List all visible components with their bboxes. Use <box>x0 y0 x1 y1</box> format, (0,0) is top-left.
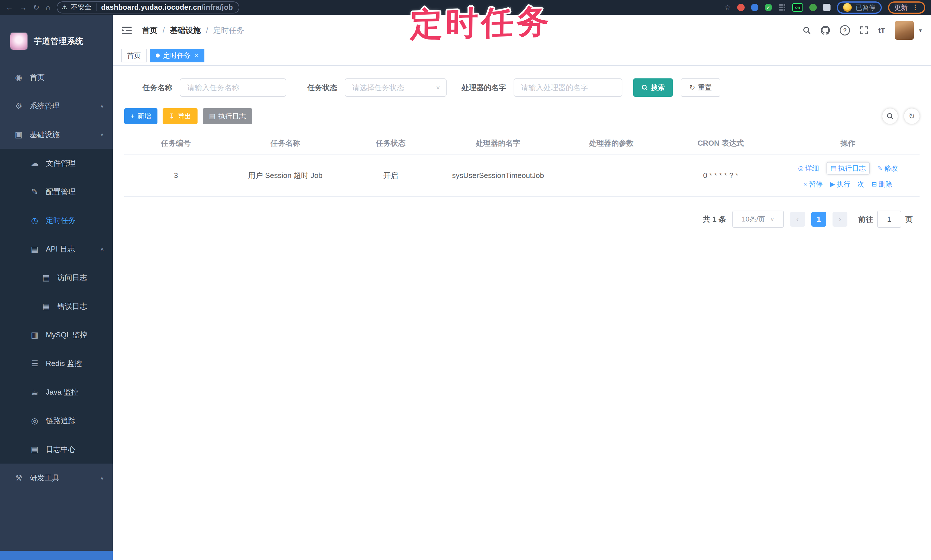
browser-menu-kebab-icon[interactable]: ⋮ <box>911 3 919 12</box>
cell-cron: 0 * * * * ? * <box>665 154 777 197</box>
log-icon: ▤ <box>30 245 40 254</box>
sidebar-item-label: 定时任务 <box>46 215 76 226</box>
delete-link[interactable]: ⊟ 删除 <box>872 180 892 189</box>
bookmark-star-icon[interactable]: ☆ <box>724 4 731 11</box>
screen: 定时任务 ← → ↻ ⌂ ⚠ 不安全 dashboard.yudao.iocod… <box>0 0 931 560</box>
exec-log-button[interactable]: ▤ 执行日志 <box>203 108 252 124</box>
next-page-button[interactable]: › <box>832 212 848 227</box>
close-icon[interactable]: × <box>195 52 199 59</box>
current-page-button[interactable]: 1 <box>811 212 826 227</box>
sidebar-item-infrastructure[interactable]: ▣ 基础设施 ∧ <box>0 120 113 149</box>
reset-button[interactable]: ↻ 重置 <box>681 78 720 97</box>
sidebar-item-label: MySQL 监控 <box>46 330 87 340</box>
extension-icon-blue[interactable] <box>751 4 758 11</box>
sidebar-logo[interactable]: 芋道管理系统 <box>0 15 113 63</box>
search-icon[interactable] <box>803 26 811 35</box>
address-bar[interactable]: ⚠ 不安全 dashboard.yudao.iocoder.cn/infra/j… <box>57 2 239 14</box>
cloud-icon: ☁ <box>30 158 40 168</box>
emoji-avatar-icon[interactable] <box>843 3 852 12</box>
app-window: 芋道管理系统 ◉ 首页 ⚙ 系统管理 ∨ ▣ 基础设施 ∧ ☁ <box>0 15 931 560</box>
reset-button-label: 重置 <box>698 83 712 92</box>
extension-icon-red[interactable] <box>737 4 744 11</box>
extension-icon-grid[interactable] <box>778 4 786 11</box>
cell-handler-name: sysUserSessionTimeoutJob <box>438 154 558 197</box>
search-button[interactable]: 搜索 <box>633 78 673 97</box>
run-once-link[interactable]: ▶ 执行一次 <box>830 180 864 189</box>
add-button[interactable]: + 新增 <box>124 108 157 124</box>
sidebar-item-label: Redis 监控 <box>46 358 82 369</box>
cell-job-name: 用户 Session 超时 Job <box>228 154 343 197</box>
sidebar-item-scheduled-jobs[interactable]: ◷ 定时任务 <box>0 206 113 235</box>
sidebar-item-access-log[interactable]: ▤ 访问日志 <box>0 263 113 292</box>
handler-name-input[interactable] <box>513 78 623 97</box>
extension-icon-on-badge[interactable]: on <box>792 3 803 12</box>
browser-home-button[interactable]: ⌂ <box>46 4 50 11</box>
page-unit-label: 页 <box>905 214 913 225</box>
sidebar-item-redis-monitor[interactable]: ☰ Redis 监控 <box>0 349 113 378</box>
sidebar-item-log-center[interactable]: ▤ 日志中心 <box>0 435 113 463</box>
filter-form: 任务名称 任务状态 请选择任务状态 ∨ 处理器的名字 搜索 ↻ <box>143 78 920 97</box>
pause-link[interactable]: × 暂停 <box>804 180 823 189</box>
sidebar-item-label: 文件管理 <box>46 158 76 168</box>
log-icon: ▤ <box>30 445 40 454</box>
browser-back-button[interactable]: ← <box>6 4 13 11</box>
extensions-puzzle-icon[interactable] <box>823 4 831 11</box>
sidebar-item-home[interactable]: ◉ 首页 <box>0 63 113 92</box>
fullscreen-icon[interactable] <box>860 26 868 35</box>
total-count: 共 1 条 <box>703 214 726 225</box>
tag-scheduled-jobs[interactable]: 定时任务 × <box>150 49 204 62</box>
table-toolbar: + 新增 ↧ 导出 ▤ 执行日志 ↻ <box>124 108 920 124</box>
chevron-down-icon: ∨ <box>770 216 774 223</box>
sidebar-collapse-icon[interactable] <box>122 26 132 35</box>
sidebar-item-file-mgmt[interactable]: ☁ 文件管理 <box>0 149 113 177</box>
tag-home[interactable]: 首页 <box>122 49 146 62</box>
sidebar-item-error-log[interactable]: ▤ 错误日志 <box>0 292 113 320</box>
goto-page-input[interactable] <box>877 211 901 228</box>
sidebar-item-tracing[interactable]: ◎ 链路追踪 <box>0 406 113 435</box>
chevron-up-icon: ∧ <box>100 246 104 252</box>
detail-link[interactable]: ◎ 详细 <box>798 164 819 173</box>
browser-update-button[interactable]: 更新 <box>894 3 908 12</box>
job-status-select[interactable]: 请选择任务状态 ∨ <box>345 78 447 97</box>
sidebar-item-api-log[interactable]: ▤ API 日志 ∧ <box>0 235 113 263</box>
user-avatar[interactable] <box>895 21 914 40</box>
jobs-table: 任务编号 任务名称 任务状态 处理器的名字 处理器的参数 CRON 表达式 操作… <box>124 132 920 197</box>
log-icon: ▤ <box>41 273 51 282</box>
prev-page-button[interactable]: ‹ <box>790 212 805 227</box>
sidebar-item-label: API 日志 <box>46 244 75 254</box>
refresh-button[interactable]: ↻ <box>904 108 920 124</box>
edit-link[interactable]: ✎ 修改 <box>877 164 898 173</box>
job-name-label: 任务名称 <box>143 83 172 93</box>
sidebar-item-mysql-monitor[interactable]: ▥ MySQL 监控 <box>0 320 113 349</box>
sidebar-item-java-monitor[interactable]: ☕ Java 监控 <box>0 378 113 406</box>
help-icon[interactable]: ? <box>840 25 850 35</box>
extension-icon-green[interactable] <box>809 4 817 11</box>
sidebar-item-label: 链路追踪 <box>46 416 76 426</box>
row-exec-log-link[interactable]: ▤ 执行日志 <box>826 162 870 175</box>
active-dot-icon <box>156 54 160 57</box>
layers-icon: ☰ <box>30 359 40 368</box>
sidebar-item-system-mgmt[interactable]: ⚙ 系统管理 ∨ <box>0 92 113 120</box>
cell-handler-params <box>558 154 665 197</box>
search-button-label: 搜索 <box>651 83 665 92</box>
log-icon: ▤ <box>41 302 51 311</box>
job-name-input[interactable] <box>180 78 286 97</box>
avatar-caret-icon[interactable]: ▾ <box>919 27 922 34</box>
font-size-icon[interactable]: tT <box>878 26 885 35</box>
search-toggle-button[interactable] <box>882 108 898 124</box>
trash-icon: ⊟ <box>872 180 877 188</box>
breadcrumb-home[interactable]: 首页 <box>142 25 157 35</box>
sidebar-item-dev-tools[interactable]: ⚒ 研发工具 ∨ <box>0 463 113 492</box>
breadcrumb-current: 定时任务 <box>213 25 244 35</box>
browser-reload-button[interactable]: ↻ <box>33 4 40 11</box>
export-button[interactable]: ↧ 导出 <box>163 108 197 124</box>
sidebar-item-label: 日志中心 <box>46 445 76 454</box>
monitor-icon: ▣ <box>14 130 23 139</box>
extension-icon-green-check[interactable]: ✓ <box>765 4 772 11</box>
page-size-select[interactable]: 10条/页 ∨ <box>732 211 784 228</box>
breadcrumb-infrastructure[interactable]: 基础设施 <box>170 25 201 35</box>
browser-forward-button[interactable]: → <box>20 4 27 11</box>
security-warning-label: 不安全 <box>71 3 91 12</box>
github-icon[interactable] <box>821 26 830 35</box>
sidebar-item-config-mgmt[interactable]: ✎ 配置管理 <box>0 177 113 206</box>
